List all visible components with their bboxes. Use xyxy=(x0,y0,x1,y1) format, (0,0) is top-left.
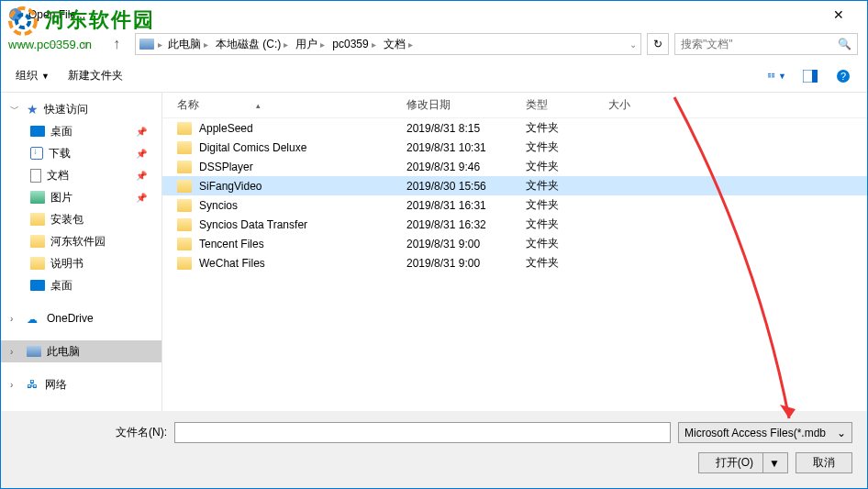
file-date: 2019/8/31 16:31 xyxy=(406,199,526,212)
file-date: 2019/8/31 16:32 xyxy=(406,218,526,231)
chevron-down-icon[interactable]: ⌄ xyxy=(629,39,637,50)
file-list-pane: 名称▴ 修改日期 类型 大小 AppleSeed2019/8/31 8:15文件… xyxy=(161,93,867,421)
folder-icon xyxy=(177,122,192,135)
main-area: ﹀★快速访问 桌面📌 下载📌 文档📌 图片📌 安装包 河东软件园 说明书 桌面 … xyxy=(1,93,867,421)
filetype-dropdown[interactable]: Microsoft Access Files(*.mdb⌄ xyxy=(678,422,852,443)
close-button[interactable]: ✕ xyxy=(818,1,860,28)
pin-icon: 📌 xyxy=(136,127,147,137)
folder-icon xyxy=(177,199,192,212)
file-type: 文件夹 xyxy=(526,197,608,213)
window-title: Open File... xyxy=(28,8,818,21)
search-icon[interactable]: 🔍 xyxy=(838,38,851,50)
breadcrumb-item[interactable]: 用户▸ xyxy=(294,37,327,52)
file-type: 文件夹 xyxy=(526,236,608,251)
breadcrumb-item[interactable]: 本地磁盘 (C:)▸ xyxy=(214,37,290,52)
forward-button[interactable]: → xyxy=(41,31,67,57)
pin-icon: 📌 xyxy=(136,171,147,181)
refresh-button[interactable]: ↻ xyxy=(647,33,669,55)
organize-menu[interactable]: 组织 ▼ xyxy=(16,68,50,83)
column-header-size[interactable]: 大小 xyxy=(608,97,682,113)
filename-input[interactable] xyxy=(174,422,671,443)
column-header-name[interactable]: 名称▴ xyxy=(177,97,406,113)
search-box[interactable]: 🔍 xyxy=(674,33,858,55)
file-name: Syncios Data Transfer xyxy=(199,218,307,231)
file-row[interactable]: Digital Comics Deluxe2019/8/31 10:31文件夹 xyxy=(162,138,867,157)
file-date: 2019/8/31 9:46 xyxy=(406,161,526,173)
pc-icon xyxy=(139,39,154,50)
app-icon xyxy=(8,7,23,22)
file-name: WeChat Files xyxy=(199,257,265,270)
svg-rect-8 xyxy=(772,76,774,77)
folder-icon xyxy=(177,180,192,193)
sidebar-item-pictures[interactable]: 图片📌 xyxy=(1,186,161,208)
file-date: 2019/8/31 9:00 xyxy=(406,238,526,250)
file-name: DSSPlayer xyxy=(199,161,253,173)
sidebar-item-folder[interactable]: 安装包 xyxy=(1,208,161,230)
file-date: 2019/8/31 8:15 xyxy=(406,122,526,135)
newfolder-button[interactable]: 新建文件夹 xyxy=(68,68,123,83)
breadcrumb-item[interactable]: pc0359▸ xyxy=(330,38,377,50)
file-name: SiFangVideo xyxy=(199,180,262,193)
folder-icon xyxy=(177,257,192,270)
sidebar-this-pc[interactable]: ›此电脑 xyxy=(1,340,161,362)
folder-icon xyxy=(30,235,45,248)
search-input[interactable] xyxy=(681,38,832,50)
file-date: 2019/8/30 15:56 xyxy=(406,180,526,193)
file-row[interactable]: DSSPlayer2019/8/31 9:46文件夹 xyxy=(162,157,867,176)
folder-icon xyxy=(177,218,192,231)
sidebar-item-desktop[interactable]: 桌面📌 xyxy=(1,120,161,142)
file-type: 文件夹 xyxy=(526,255,608,271)
sidebar-item-documents[interactable]: 文档📌 xyxy=(1,164,161,186)
download-icon xyxy=(30,147,43,160)
folder-icon xyxy=(177,238,192,250)
cancel-button[interactable]: 取消 xyxy=(796,452,852,473)
svg-rect-7 xyxy=(772,74,774,75)
pin-icon: 📌 xyxy=(136,193,147,203)
svg-rect-3 xyxy=(768,72,771,73)
sidebar-network[interactable]: ›🖧网络 xyxy=(1,373,161,395)
sidebar-quick-access[interactable]: ﹀★快速访问 xyxy=(1,98,161,120)
breadcrumb-bar[interactable]: ▸ 此电脑▸ 本地磁盘 (C:)▸ 用户▸ pc0359▸ 文档▸ ⌄ xyxy=(135,33,641,55)
back-button[interactable]: ← xyxy=(10,31,36,57)
bottom-panel: 文件名(N): Microsoft Access Files(*.mdb⌄ 打开… xyxy=(1,411,867,488)
recent-dropdown[interactable]: ▾ xyxy=(72,31,98,57)
file-row[interactable]: WeChat Files2019/8/31 9:00文件夹 xyxy=(162,253,867,272)
onedrive-icon: ☁ xyxy=(27,313,41,324)
file-row[interactable]: Syncios2019/8/31 16:31文件夹 xyxy=(162,195,867,215)
file-row[interactable]: SiFangVideo2019/8/30 15:56文件夹 xyxy=(162,176,867,195)
svg-rect-10 xyxy=(812,70,818,83)
help-button[interactable]: ? xyxy=(834,67,852,85)
column-header-date[interactable]: 修改日期 xyxy=(406,97,526,113)
file-type: 文件夹 xyxy=(526,120,608,136)
navigation-sidebar: ﹀★快速访问 桌面📌 下载📌 文档📌 图片📌 安装包 河东软件园 说明书 桌面 … xyxy=(1,93,161,421)
file-type: 文件夹 xyxy=(526,159,608,174)
sidebar-item-downloads[interactable]: 下载📌 xyxy=(1,142,161,164)
title-bar: Open File... ✕ xyxy=(1,1,867,28)
open-dropdown-arrow[interactable]: ▼ xyxy=(762,453,785,472)
desktop-icon xyxy=(30,126,45,137)
toolbar: 组织 ▼ 新建文件夹 ▼ ? xyxy=(1,60,867,93)
sidebar-item-folder[interactable]: 河东软件园 xyxy=(1,230,161,252)
folder-icon xyxy=(177,141,192,154)
svg-text:?: ? xyxy=(840,71,846,82)
svg-rect-5 xyxy=(768,76,771,77)
sidebar-onedrive[interactable]: ›☁OneDrive xyxy=(1,307,161,329)
open-button[interactable]: 打开(O)▼ xyxy=(698,452,788,473)
breadcrumb-item[interactable]: 此电脑▸ xyxy=(166,37,210,52)
svg-rect-4 xyxy=(768,74,771,75)
file-rows: AppleSeed2019/8/31 8:15文件夹Digital Comics… xyxy=(162,118,867,421)
column-header-type[interactable]: 类型 xyxy=(526,97,608,113)
file-row[interactable]: Tencent Files2019/8/31 9:00文件夹 xyxy=(162,234,867,253)
folder-icon xyxy=(177,161,192,173)
sidebar-item-desktop2[interactable]: 桌面 xyxy=(1,274,161,296)
file-row[interactable]: Syncios Data Transfer2019/8/31 16:32文件夹 xyxy=(162,215,867,234)
file-date: 2019/8/31 9:00 xyxy=(406,257,526,270)
file-type: 文件夹 xyxy=(526,217,608,232)
view-menu[interactable]: ▼ xyxy=(768,67,786,85)
breadcrumb-item[interactable]: 文档▸ xyxy=(382,37,415,52)
picture-icon xyxy=(30,191,45,204)
file-row[interactable]: AppleSeed2019/8/31 8:15文件夹 xyxy=(162,118,867,138)
up-button[interactable]: ↑ xyxy=(104,31,129,57)
preview-pane-button[interactable] xyxy=(801,67,819,85)
sidebar-item-folder[interactable]: 说明书 xyxy=(1,252,161,274)
